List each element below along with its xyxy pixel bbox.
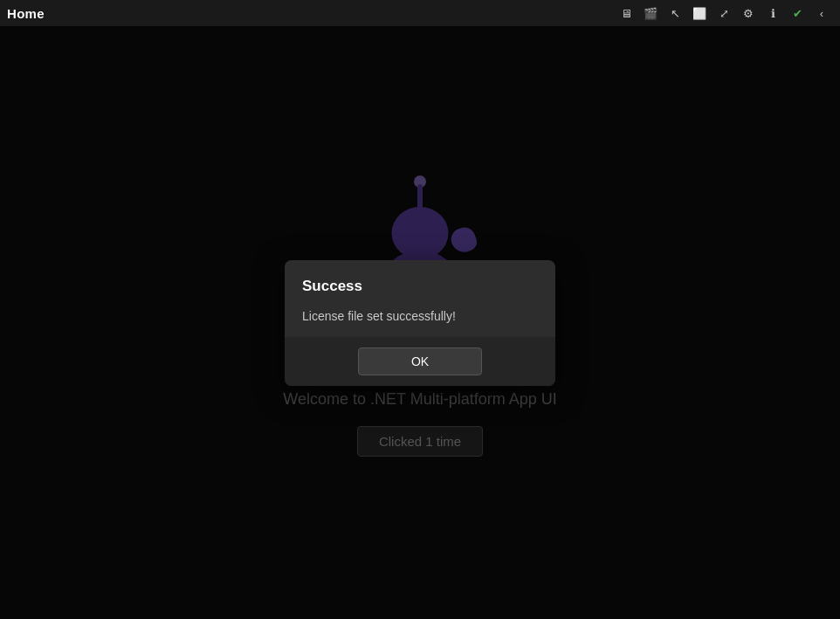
gear-icon[interactable]: ⚙ [737,2,760,24]
modal-overlay: Success License file set successfully! O… [0,26,840,619]
modal-footer: OK [285,337,555,386]
info-icon[interactable]: ℹ [761,2,784,24]
modal-body: License file set successfully! [285,304,555,337]
title-bar-left: Home [7,6,45,21]
pointer-icon[interactable]: ↖ [664,2,686,24]
title-bar: Home 🖥 🎬 ↖ ⬜ ⤢ ⚙ ℹ ✔ ‹ [0,0,840,26]
video-icon[interactable]: 🎬 [639,2,662,24]
check-icon[interactable]: ✔ [786,2,809,24]
app-title: Home [7,6,45,21]
modal-header: Success [285,260,555,304]
title-bar-icons: 🖥 🎬 ↖ ⬜ ⤢ ⚙ ℹ ✔ ‹ [615,2,833,24]
window-icon[interactable]: ⬜ [688,2,711,24]
resize-icon[interactable]: ⤢ [713,2,735,24]
modal-dialog: Success License file set successfully! O… [285,260,555,386]
ok-button[interactable]: OK [358,347,482,375]
modal-message: License file set successfully! [302,309,538,323]
device-icon[interactable]: 🖥 [615,2,637,24]
collapse-icon[interactable]: ‹ [810,2,833,24]
modal-title: Success [302,278,538,295]
